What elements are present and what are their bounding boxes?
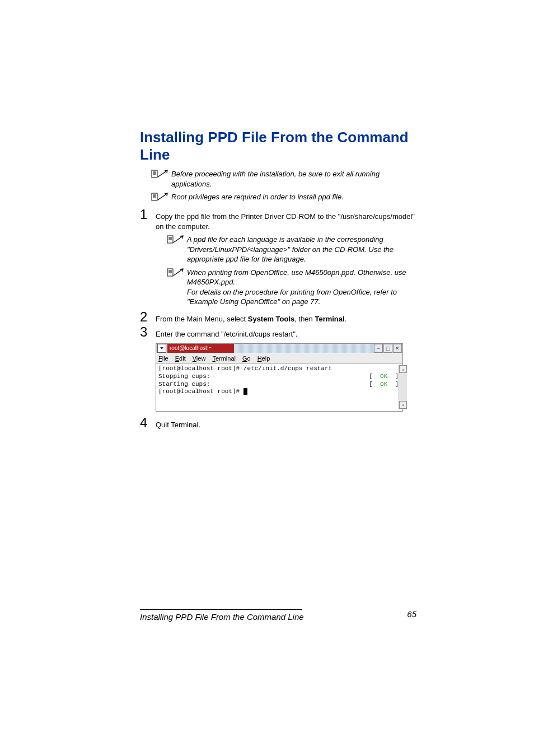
step-1: 1 Copy the ppd file from the Printer Dri… — [140, 208, 416, 231]
menu-view: View — [193, 355, 206, 362]
note-icon — [151, 192, 171, 204]
terminal-screenshot: root@localhost:~ – ▢ ✕ File Edit View Te… — [156, 343, 403, 412]
term-bracket: ] — [387, 381, 399, 388]
step-2: 2 From the Main Menu, select System Tool… — [140, 310, 416, 324]
note-exit-apps: Before proceeding with the installation,… — [151, 169, 416, 189]
window-menu-icon — [157, 344, 166, 353]
term-bracket: ] — [387, 373, 399, 380]
text-fragment: . — [345, 315, 347, 323]
term-line: [root@localhost root]# — [158, 388, 243, 395]
step-number: 4 — [140, 416, 156, 430]
menu-edit: Edit — [175, 355, 186, 362]
step-number: 2 — [140, 310, 156, 324]
section-heading: Installing PPD File From the Command Lin… — [140, 129, 416, 164]
close-icon: ✕ — [393, 344, 402, 353]
scroll-up-icon: ▴ — [399, 365, 407, 373]
note-line: When printing from OpenOffice, use M4650… — [187, 268, 406, 287]
note-language-ppd: A ppd file for each language is availabl… — [167, 235, 416, 264]
window-title: root@localhost:~ — [167, 344, 234, 353]
menu-help: Help — [257, 355, 270, 362]
maximize-icon: ▢ — [383, 344, 392, 353]
page-number: 65 — [407, 609, 416, 619]
note-icon — [151, 169, 171, 181]
page-footer: Installing PPD File From the Command Lin… — [140, 609, 416, 622]
term-ok: OK — [380, 381, 387, 388]
term-ok: OK — [380, 373, 387, 380]
menu-terminal: Terminal — [212, 355, 236, 362]
note-text: A ppd file for each language is availabl… — [187, 235, 416, 264]
menu-file: File — [158, 355, 168, 362]
minimize-icon: – — [374, 344, 383, 353]
step-3: 3 Enter the command "/etc/init.d/cups re… — [140, 325, 416, 339]
step-text: Enter the command "/etc/init.d/cups rest… — [156, 329, 416, 339]
terminal-menubar: File Edit View Terminal Go Help — [156, 353, 402, 364]
term-bracket: [ — [369, 381, 380, 388]
note-icon — [167, 235, 187, 247]
scrollbar: ▴ ▾ — [399, 365, 407, 409]
note-line: For details on the procedure for printin… — [187, 288, 397, 306]
note-icon — [167, 268, 187, 280]
term-line: Starting cups: — [158, 381, 210, 388]
footer-title: Installing PPD File From the Command Lin… — [140, 612, 304, 622]
note-text: Root privileges are required in order to… — [171, 192, 416, 202]
note-text: Before proceeding with the installation,… — [171, 169, 416, 189]
step-text: Copy the ppd file from the Printer Drive… — [156, 212, 416, 231]
cursor-icon — [243, 388, 247, 395]
step-4: 4 Quit Terminal. — [140, 416, 416, 430]
step-text: From the Main Menu, select System Tools,… — [156, 314, 416, 324]
text-bold: Terminal — [315, 315, 344, 323]
term-line: Stopping cups: — [158, 373, 210, 380]
step-number: 1 — [140, 208, 156, 221]
step-number: 3 — [140, 325, 156, 339]
menu-go: Go — [242, 355, 251, 362]
terminal-output: [root@localhost root]# /etc/init.d/cups … — [158, 365, 399, 409]
text-fragment: , then — [294, 315, 315, 323]
text-bold: System Tools — [248, 315, 295, 323]
step-text: Quit Terminal. — [156, 420, 416, 430]
note-text: When printing from OpenOffice, use M4650… — [187, 268, 416, 307]
term-bracket: [ — [369, 373, 380, 380]
text-fragment: From the Main Menu, select — [156, 315, 248, 323]
window-titlebar: root@localhost:~ – ▢ ✕ — [156, 344, 402, 353]
term-line: [root@localhost root]# /etc/init.d/cups … — [158, 365, 332, 372]
scroll-down-icon: ▾ — [399, 401, 407, 409]
note-openoffice: When printing from OpenOffice, use M4650… — [167, 268, 416, 307]
terminal-body: [root@localhost root]# /etc/init.d/cups … — [156, 364, 402, 411]
note-root-priv: Root privileges are required in order to… — [151, 192, 416, 204]
